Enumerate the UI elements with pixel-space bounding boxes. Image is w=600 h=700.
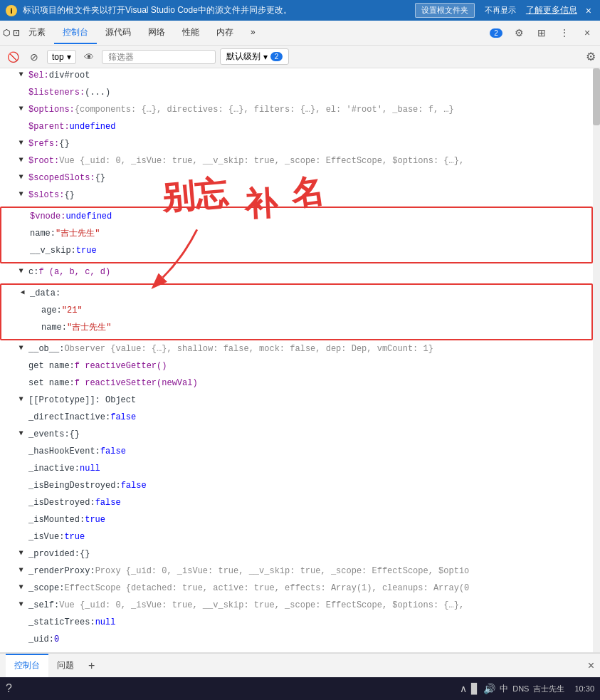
expand-arrow-icon[interactable]: ▶	[14, 269, 29, 278]
expand-arrow-icon[interactable]: ▶	[14, 107, 29, 115]
expand-arrow-icon[interactable]: ▶	[14, 73, 29, 81]
filter-input[interactable]	[102, 50, 216, 64]
notification-bar: i 标识项目的根文件夹以打开Visual Studio Code中的源文件并同步…	[0, 0, 600, 21]
line-name: ▶ name: "吉士先生"	[1, 226, 591, 244]
taskbar-input-method-icon[interactable]: 中	[500, 683, 508, 695]
line-options: ▶ $options: {components: {…}, directives…	[0, 103, 593, 120]
taskbar: ? ∧ ▊ 🔊 中 DNS 吉士先生 10:30	[0, 677, 600, 700]
expand-arrow-icon[interactable]: ▼	[16, 291, 31, 299]
console-toolbar: 🚫 ⊘ top ▾ 👁 默认级别 ▾ 2 ⚙	[0, 46, 600, 68]
expand-arrow-icon[interactable]: ▶	[14, 432, 29, 440]
line-statictrees: ▶ _staticTrees: null	[0, 615, 593, 632]
line-hashookevent: ▶ _hasHookEvent: false	[0, 444, 593, 461]
tab-elements[interactable]: 元素	[20, 22, 54, 44]
clear-console-button[interactable]: 🚫	[4, 48, 21, 66]
chevron-down-icon: ▾	[263, 52, 268, 62]
learn-more-link[interactable]: 了解更多信息	[526, 4, 577, 16]
console-output: ▶ $el: div#root ▶ $listeners: (...) ▶ $o…	[0, 68, 600, 652]
line-prototype: ▶ [[Prototype]]: Object	[0, 393, 593, 410]
line-name-data: ▶ name: "吉士先生"	[1, 320, 591, 338]
line-self: ▶ _self: Vue {_uid: 0, _isVue: true, __v…	[0, 598, 593, 615]
taskbar-question-icon[interactable]: ?	[6, 682, 12, 695]
line-el: ▶ $el: div#root	[0, 68, 593, 85]
line-c: ▶ c: f (a, b, c, d)	[0, 265, 593, 282]
line-isvue: ▶ _isVue: true	[0, 530, 593, 547]
line-root: ▶ $root: Vue {_uid: 0, _isVue: true, __v…	[0, 154, 593, 171]
devtools-tabbar: ⬡ ⊡ 元素 控制台 源代码 网络 性能 内存 » 2 ⚙ ⊞ ⋮ ×	[0, 21, 600, 46]
issue-badge: 2	[490, 28, 502, 38]
line-ob: ▶ __ob__: Observer {value: {…}, shallow:…	[0, 342, 593, 359]
scrollbar-thumb[interactable]	[593, 68, 600, 125]
devtools-badge: 2	[486, 23, 506, 43]
expand-arrow-icon[interactable]: ▶	[14, 346, 29, 355]
responsive-icon[interactable]: ⊞	[532, 23, 552, 43]
line-parent: ▶ $parent: undefined	[0, 120, 593, 137]
chevron-down-icon: ▾	[67, 52, 71, 62]
taskbar-time: 10:30	[574, 684, 594, 693]
tab-memory[interactable]: 内存	[208, 22, 242, 44]
console-settings-icon[interactable]: ⚙	[586, 50, 596, 63]
line-refs: ▶ $refs: {}	[0, 137, 593, 154]
line-scopedslots: ▶ $scopedSlots: {}	[0, 171, 593, 188]
levels-badge: 2	[270, 52, 283, 61]
bottom-tabbar: 控制台 问题 + ×	[0, 652, 600, 677]
expand-arrow-icon[interactable]: ▶	[14, 175, 29, 184]
line-provided: ▶ _provided: {}	[0, 547, 593, 564]
highlight-box-1: ▶ $vnode: undefined ▶ name: "吉士先生" ▶ __v…	[0, 207, 593, 263]
tab-network[interactable]: 网络	[140, 22, 174, 44]
setup-root-button[interactable]: 设置根文件夹	[415, 3, 475, 18]
line-uid: ▶ _uid: 0	[0, 632, 593, 649]
line-isbeingdestroyed: ▶ _isBeingDestroyed: false	[0, 479, 593, 496]
filter-icon[interactable]: ⊘	[26, 48, 43, 66]
line-isdestroyed: ▶ _isDestroyed: false	[0, 496, 593, 513]
expand-arrow-icon[interactable]: ▶	[14, 585, 29, 594]
expand-arrow-icon[interactable]: ▶	[14, 397, 29, 406]
info-icon: i	[6, 5, 17, 16]
line-vnode: ▶ $vnode: undefined	[1, 209, 591, 226]
top-label: top	[52, 52, 64, 62]
line-scope: ▶ _scope: EffectScope {detached: true, a…	[0, 581, 593, 598]
taskbar-network-icon[interactable]: DNS	[512, 684, 529, 693]
console-lines: ▶ $el: div#root ▶ $listeners: (...) ▶ $o…	[0, 68, 600, 652]
line-inactive: ▶ _inactive: null	[0, 461, 593, 479]
expand-arrow-icon[interactable]: ▶	[14, 141, 29, 150]
taskbar-user-label: 吉士先生	[533, 684, 564, 694]
bottom-tab-console[interactable]: 控制台	[6, 654, 48, 677]
bottom-tab-issues[interactable]: 问题	[48, 654, 83, 677]
more-options-icon[interactable]: ⋮	[554, 23, 574, 43]
line-vnode2: ▶ _vnode: VNode {tag: 'div', data: {…}, …	[0, 649, 593, 652]
line-set-name: ▶ set name: f reactiveSetter(newVal)	[0, 376, 593, 393]
expand-arrow-icon[interactable]: ▶	[14, 192, 29, 201]
expand-arrow-icon[interactable]: ▶	[14, 568, 29, 577]
taskbar-caret-icon[interactable]: ∧	[460, 683, 467, 694]
expand-arrow-icon[interactable]: ▶	[14, 551, 29, 560]
line-listeners: ▶ $listeners: (...)	[0, 85, 593, 103]
line-vskip: ▶ __v_skip: true	[1, 244, 591, 261]
line-get-name: ▶ get name: f reactiveGetter()	[0, 359, 593, 376]
tab-more[interactable]: »	[242, 23, 264, 43]
taskbar-volume-icon[interactable]: 🔊	[483, 683, 495, 694]
line-events: ▶ _events: {}	[0, 427, 593, 444]
line-data: ▼ _data:	[1, 286, 591, 303]
scrollbar-track[interactable]	[593, 68, 600, 652]
add-panel-button[interactable]: +	[83, 659, 100, 672]
notification-text: 标识项目的根文件夹以打开Visual Studio Code中的源文件并同步更改…	[23, 4, 409, 16]
notification-close-icon[interactable]: ×	[583, 5, 594, 16]
expand-arrow-icon[interactable]: ▶	[14, 602, 29, 611]
settings-icon[interactable]: ⚙	[509, 23, 529, 43]
expand-arrow-icon[interactable]: ▶	[14, 158, 29, 167]
inspect-element-icon[interactable]: ⊡	[13, 28, 20, 38]
log-levels-dropdown[interactable]: 默认级别 ▾ 2	[220, 48, 290, 65]
back-forward-icon[interactable]: ⬡	[3, 28, 10, 38]
close-panel-icon[interactable]: ×	[588, 659, 594, 672]
taskbar-battery-icon: ▊	[471, 683, 479, 694]
close-devtools-icon[interactable]: ×	[577, 23, 597, 43]
tab-sources[interactable]: 源代码	[97, 22, 140, 44]
top-context-dropdown[interactable]: top ▾	[47, 50, 76, 64]
line-renderproxy: ▶ _renderProxy: Proxy {_uid: 0, _isVue: …	[0, 564, 593, 581]
line-age: ▶ age: "21"	[1, 303, 591, 320]
eye-icon[interactable]: 👁	[80, 48, 98, 66]
dismiss-button[interactable]: 不再显示	[480, 4, 520, 17]
tab-performance[interactable]: 性能	[174, 22, 208, 44]
tab-console[interactable]: 控制台	[54, 22, 97, 44]
